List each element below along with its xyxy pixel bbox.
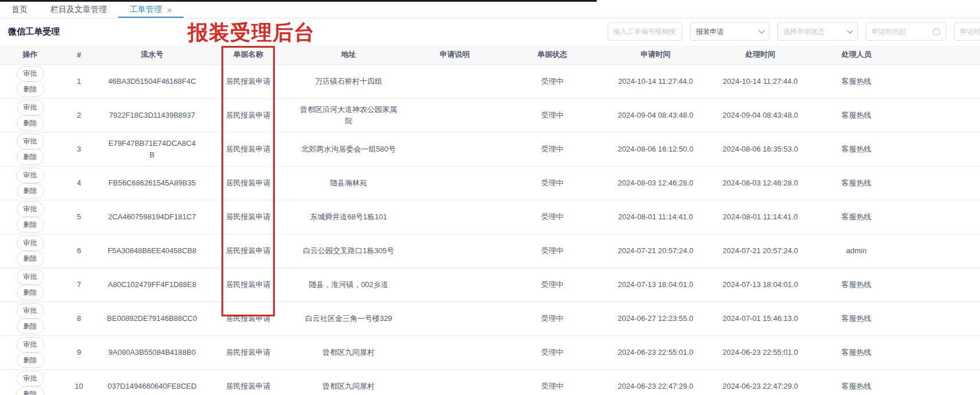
cell-address: 随县瀚林苑: [290, 166, 407, 200]
cell-description: [407, 335, 502, 369]
delete-button[interactable]: 删除: [17, 319, 44, 334]
cell-description: [407, 268, 502, 301]
approve-button[interactable]: 审批: [17, 168, 44, 183]
approve-button[interactable]: 审批: [17, 202, 44, 217]
table-row: 审批删除7A80C102479FF4F1D88E8居民报装申请随县，淮河镇，00…: [0, 268, 980, 301]
delete-button[interactable]: 删除: [17, 183, 44, 199]
cell-doc-name: 居民报装申请: [207, 301, 290, 335]
page: 首页 栏目及文章管理 工单管理 × 微信工单受理 报装申请 选择单据状态 申请时…: [0, 0, 980, 395]
cell-process-time: 2024-07-21 20:57:24.0: [709, 234, 812, 268]
cell-actions: 审批删除: [0, 166, 60, 200]
cell-status: 受理中: [502, 166, 602, 200]
cell-doc-name: 居民报装申请: [207, 132, 290, 166]
tab-label: 工单管理: [130, 5, 162, 15]
cell-actions: 审批删除: [0, 234, 60, 268]
cell-apply-time: 2024-06-23 22:47:29.0: [602, 369, 709, 395]
cell-serial: FB56C686261545A89B35: [98, 166, 207, 200]
cell-doc-name: 居民报装申请: [207, 234, 290, 268]
type-select-value: 报装申请: [696, 27, 724, 37]
cell-address: 白云社区金三角一号楼329: [290, 301, 407, 335]
approve-button[interactable]: 审批: [17, 66, 44, 82]
approve-button[interactable]: 审批: [17, 337, 44, 353]
search-input[interactable]: [608, 22, 682, 41]
cell-apply-time: 2024-08-01 11:14:41.0: [602, 200, 709, 234]
approve-button[interactable]: 审批: [17, 235, 44, 251]
status-select[interactable]: 选择单据状态: [777, 22, 858, 41]
approve-button[interactable]: 审批: [17, 303, 44, 319]
cell-address: 万店镇石桥村十四组: [290, 64, 407, 98]
delete-button[interactable]: 删除: [17, 285, 44, 300]
cell-serial: 2CA4607598194DF181C7: [98, 200, 207, 234]
cell-handler: 客服热线: [812, 200, 901, 234]
column-header-9: 处理人员: [812, 45, 901, 64]
cell-process-time: 2024-08-03 12:46:28.0: [709, 166, 812, 200]
tab-bar: 首页 栏目及文章管理 工单管理 ×: [0, 2, 980, 18]
cell-address: 曾都区九间屋村: [290, 369, 407, 395]
close-icon[interactable]: ×: [167, 6, 172, 14]
approve-button[interactable]: 审批: [17, 134, 44, 149]
column-header-1: #: [60, 45, 98, 64]
cell-handler: 客服热线: [812, 64, 901, 98]
cell-doc-name: 居民报装申请: [207, 64, 290, 98]
cell-handler: 客服热线: [812, 301, 901, 335]
cell-status: 受理中: [502, 369, 602, 395]
cell-description: [407, 132, 502, 166]
delete-button[interactable]: 删除: [17, 217, 44, 233]
delete-button[interactable]: 删除: [17, 251, 44, 266]
delete-button[interactable]: 删除: [17, 82, 44, 97]
cell-index: 2: [60, 98, 98, 132]
tab-articles-management[interactable]: 栏目及文章管理: [39, 2, 118, 18]
cell-address: 曾都区九间屋村: [290, 335, 407, 369]
date-end-input[interactable]: 申请时间止: [954, 22, 980, 41]
column-header-2: 流水号: [98, 45, 207, 64]
cell-index: 7: [60, 268, 98, 301]
cell-apply-time: 2024-07-21 20:57:24.0: [602, 234, 709, 268]
approve-button[interactable]: 审批: [17, 371, 44, 386]
cell-actions: 审批删除: [0, 132, 60, 166]
cell-apply-time: 2024-09-04 08:43:48.0: [602, 98, 709, 132]
table-row: 审批删除99A080A3B55084B4188B0居民报装申请曾都区九间屋村受理…: [0, 335, 980, 369]
cell-index: 5: [60, 200, 98, 234]
cell-spacer: [901, 64, 980, 98]
type-select[interactable]: 报装申请: [690, 22, 769, 41]
cell-description: [407, 234, 502, 268]
table-row: 审批删除8BE00892DE79146B88CC0居民报装申请白云社区金三角一号…: [0, 301, 980, 335]
table-row: 审批删除3E79F47BB71E74DCA8C4B居民报装申请北郊两水沟居委会一…: [0, 132, 980, 166]
column-header-5: 申请说明: [407, 45, 502, 64]
column-header-3: 单据名称: [207, 45, 290, 64]
cell-doc-name: 居民报装申请: [207, 98, 290, 132]
delete-button[interactable]: 删除: [17, 149, 44, 165]
cell-spacer: [901, 200, 980, 234]
delete-button[interactable]: 删除: [17, 115, 44, 131]
cell-spacer: [901, 335, 980, 369]
chevron-down-icon: [759, 28, 765, 33]
approve-button[interactable]: 审批: [17, 269, 44, 285]
column-header-7: 申请时间: [602, 45, 709, 64]
chevron-down-icon: [847, 28, 853, 33]
cell-index: 9: [60, 335, 98, 369]
cell-doc-name: 居民报装申请: [207, 268, 290, 301]
cell-process-time: 2024-07-13 18:04:01.0: [709, 268, 812, 301]
approve-button[interactable]: 审批: [17, 100, 44, 115]
delete-button[interactable]: 删除: [17, 386, 44, 395]
delete-button[interactable]: 删除: [17, 353, 44, 368]
cell-description: [407, 166, 502, 200]
column-header-6: 单据状态: [502, 45, 602, 64]
cell-apply-time: 2024-08-03 12:46:28.0: [602, 166, 709, 200]
table-header-row: 操作#流水号单据名称地址申请说明单据状态申请时间处理时间处理人员: [0, 45, 980, 64]
tab-work-order-management[interactable]: 工单管理 ×: [118, 2, 184, 18]
column-header-spacer: [901, 45, 980, 64]
tab-home[interactable]: 首页: [0, 2, 39, 18]
cell-apply-time: 2024-07-13 18:04:01.0: [602, 268, 709, 301]
work-order-table: 操作#流水号单据名称地址申请说明单据状态申请时间处理时间处理人员 审批删除146…: [0, 45, 980, 395]
cell-serial: F5A30848B6EE40458CB8: [98, 234, 207, 268]
cell-actions: 审批删除: [0, 268, 60, 301]
cell-process-time: 2024-08-06 16:35:53.0: [709, 132, 812, 166]
cell-index: 8: [60, 301, 98, 335]
table-row: 审批删除146BA3D51504F46168F4C居民报装申请万店镇石桥村十四组…: [0, 64, 980, 98]
cell-actions: 审批删除: [0, 200, 60, 234]
date-start-input[interactable]: 申请时间起: [866, 22, 946, 41]
cell-apply-time: 2024-06-27 12:23:55.0: [602, 301, 709, 335]
cell-description: [407, 301, 502, 335]
calendar-icon: [932, 28, 940, 36]
